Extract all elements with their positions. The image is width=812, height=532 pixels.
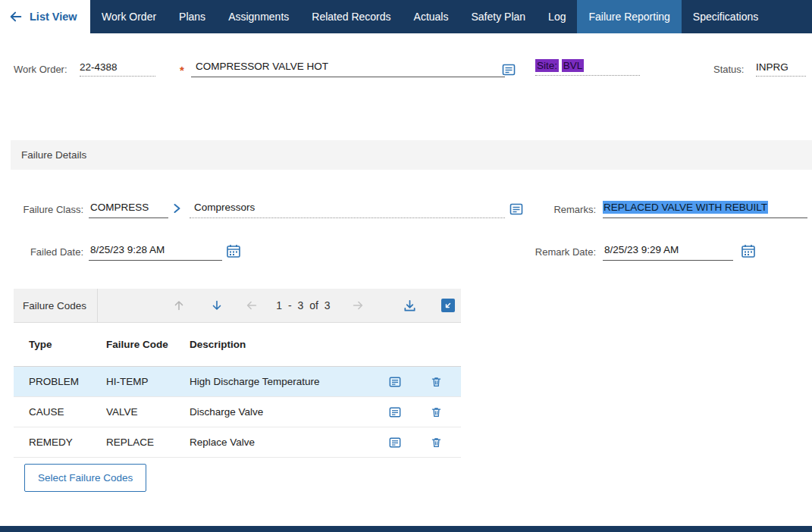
- long-description-icon[interactable]: [502, 63, 516, 77]
- work-order-label: Work Order:: [14, 64, 67, 75]
- chevron-right-icon[interactable]: [171, 203, 182, 214]
- tab-actuals[interactable]: Actuals: [403, 0, 460, 33]
- failure-reporting-page: List View Work OrderPlansAssignmentsRela…: [0, 0, 812, 532]
- download-icon[interactable]: [402, 298, 417, 313]
- cell-failure-code: VALVE: [106, 406, 190, 418]
- tab-list-view[interactable]: List View: [0, 0, 90, 33]
- row-actions: [388, 375, 461, 389]
- table-row[interactable]: PROBLEM HI-TEMP High Discharge Temperatu…: [14, 367, 461, 397]
- detail-menu-icon[interactable]: [388, 375, 402, 389]
- top-navigation: List View Work OrderPlansAssignmentsRela…: [0, 0, 812, 33]
- detail-menu-icon[interactable]: [509, 202, 523, 216]
- back-arrow-icon: [9, 10, 23, 23]
- row-actions: [388, 405, 461, 419]
- tab-safety-plan[interactable]: Safety Plan: [459, 0, 537, 33]
- cell-type: REMEDY: [14, 437, 106, 448]
- failure-class-input[interactable]: COMPRESS: [89, 202, 168, 218]
- status-label: Status:: [713, 64, 744, 75]
- nav-tabs: Work OrderPlansAssignmentsRelated Record…: [90, 0, 770, 33]
- failed-date-input[interactable]: 8/25/23 9:28 AM: [89, 244, 222, 261]
- row-actions: [388, 436, 461, 449]
- select-failure-codes-button[interactable]: Select Failure Codes: [24, 464, 146, 492]
- detail-menu-icon[interactable]: [388, 436, 402, 449]
- site-field: Site: BVL: [535, 60, 640, 76]
- cell-failure-code: REPLACE: [106, 437, 190, 448]
- tab-related-records[interactable]: Related Records: [300, 0, 402, 33]
- column-header-description: Description: [190, 339, 461, 350]
- status-value: INPRG: [756, 61, 806, 77]
- failure-class-label: Failure Class:: [14, 204, 83, 215]
- table-header-row: Type Failure Code Description: [14, 323, 461, 367]
- calendar-icon[interactable]: [741, 243, 756, 258]
- column-header-failure-code: Failure Code: [106, 339, 190, 350]
- delete-row-icon[interactable]: [429, 375, 443, 389]
- detail-menu-icon[interactable]: [388, 405, 402, 419]
- table-row[interactable]: CAUSE VALVE Discharge Valve: [14, 397, 461, 427]
- previous-page-icon[interactable]: [244, 298, 259, 313]
- maximize-icon[interactable]: [441, 299, 455, 312]
- failure-codes-body: PROBLEM HI-TEMP High Discharge Temperatu…: [14, 367, 461, 458]
- cell-description: High Discharge Temperature: [190, 376, 388, 387]
- list-view-label: List View: [30, 11, 77, 23]
- delete-row-icon[interactable]: [429, 405, 443, 419]
- tab-log[interactable]: Log: [537, 0, 577, 33]
- site-label: Site:: [535, 59, 559, 72]
- cell-description: Discharge Valve: [190, 406, 388, 418]
- cell-failure-code: HI-TEMP: [106, 376, 190, 387]
- description-input[interactable]: COMPRESSOR VALVE HOT: [191, 59, 505, 77]
- calendar-icon[interactable]: [226, 243, 241, 258]
- required-marker: *: [180, 64, 184, 77]
- failed-date-label: Failed Date:: [14, 246, 83, 258]
- column-header-type: Type: [14, 339, 106, 350]
- remark-date-label: Remark Date:: [526, 246, 596, 258]
- tab-work-order[interactable]: Work Order: [90, 0, 168, 33]
- pagination-text: 1 - 3 of 3: [258, 289, 349, 322]
- next-page-icon[interactable]: [350, 298, 365, 313]
- failure-codes-table: Failure Codes 1 - 3 of 3 Type Fail: [14, 289, 461, 458]
- site-value: BVL: [562, 59, 585, 72]
- move-down-icon[interactable]: [209, 298, 224, 313]
- cell-description: Replace Valve: [190, 437, 388, 448]
- failure-codes-title: Failure Codes: [14, 289, 98, 322]
- work-order-value: 22-4388: [80, 61, 155, 77]
- delete-row-icon[interactable]: [429, 436, 443, 449]
- remarks-label: Remarks:: [531, 204, 596, 215]
- move-up-icon[interactable]: [171, 298, 187, 313]
- remarks-selected-text: REPLACED VALVE WITH REBUILT: [603, 201, 768, 214]
- bottom-bar: [0, 526, 812, 532]
- tab-assignments[interactable]: Assignments: [217, 0, 300, 33]
- remarks-input[interactable]: REPLACED VALVE WITH REBUILT: [603, 202, 807, 218]
- cell-type: PROBLEM: [14, 376, 106, 387]
- failure-details-section-header: Failure Details: [11, 140, 812, 170]
- tab-specifications[interactable]: Specifications: [682, 0, 770, 33]
- tab-failure-reporting[interactable]: Failure Reporting: [577, 0, 681, 33]
- failure-codes-toolbar: Failure Codes 1 - 3 of 3: [14, 289, 461, 323]
- remark-date-input[interactable]: 8/25/23 9:29 AM: [603, 244, 733, 261]
- tab-plans[interactable]: Plans: [168, 0, 217, 33]
- failure-class-description: Compressors: [190, 202, 505, 218]
- table-row[interactable]: REMEDY REPLACE Replace Valve: [14, 427, 461, 458]
- section-title: Failure Details: [21, 149, 86, 161]
- cell-type: CAUSE: [14, 406, 106, 418]
